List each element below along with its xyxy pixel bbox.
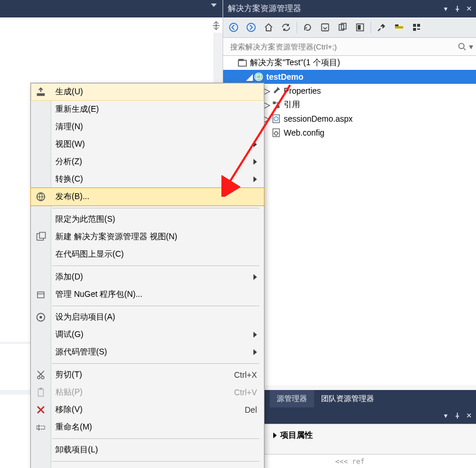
svg-rect-26	[37, 292, 44, 298]
menu-codemap[interactable]: 在代码图上显示(C)	[31, 246, 264, 263]
menu-label: 移除(V)	[55, 405, 83, 415]
tree-label: Web.config	[284, 128, 325, 137]
tree-label: sessionDemo.aspx	[284, 114, 352, 123]
home-icon[interactable]	[260, 20, 277, 35]
svg-point-12	[459, 44, 464, 49]
tab-dropdown-icon[interactable]	[211, 3, 217, 7]
svg-point-0	[230, 23, 238, 31]
menu-debug[interactable]: 调试(G)	[31, 326, 264, 343]
forward-icon[interactable]	[243, 20, 259, 35]
refresh-icon[interactable]	[299, 20, 316, 35]
tree-label: Properties	[284, 86, 321, 95]
section-label: 项目属性	[280, 430, 313, 441]
menu-label: 清理(N)	[55, 122, 83, 132]
svg-rect-31	[38, 389, 44, 396]
menu-label: 视图(W)	[55, 139, 85, 150]
toggle-icon[interactable]	[391, 20, 407, 35]
svg-rect-13	[238, 61, 246, 66]
menu-label: 在代码图上显示(C)	[55, 249, 124, 260]
chevron-right-icon	[253, 159, 257, 165]
menu-view[interactable]: 视图(W)	[31, 136, 264, 153]
menu-label: 转换(C)	[55, 174, 83, 185]
search-input[interactable]	[229, 42, 457, 52]
menu-rename[interactable]: 重命名(M)	[31, 419, 264, 436]
scissors-icon	[36, 370, 46, 380]
menu-separator	[52, 306, 259, 306]
search-box[interactable]: ▾	[223, 38, 476, 56]
view-class-icon[interactable]	[408, 20, 425, 35]
svg-rect-11	[413, 28, 416, 31]
solution-icon	[237, 58, 248, 68]
menu-label: 重新生成(E)	[55, 104, 99, 115]
context-menu: 生成(U) 重新生成(E) 清理(N) 视图(W) 分析(Z) 转换(C) 发布…	[30, 83, 265, 468]
rename-icon	[36, 422, 46, 432]
menu-publish[interactable]: 发布(B)...	[30, 187, 265, 206]
svg-rect-10	[417, 24, 420, 27]
close-icon[interactable]: ✕	[465, 5, 473, 13]
menu-separator	[52, 461, 259, 462]
collapse-icon[interactable]	[317, 20, 333, 35]
shortcut-label: Ctrl+X	[234, 370, 257, 380]
menu-build[interactable]: 生成(U)	[31, 83, 264, 101]
menu-label: 新建 解决方案资源管理器 视图(N)	[55, 232, 177, 242]
menu-scope[interactable]: 限定为此范围(S)	[31, 211, 264, 228]
menu-remove[interactable]: 移除(V) Del	[31, 401, 264, 419]
menu-label: 添加(D)	[55, 272, 83, 282]
chevron-right-icon	[253, 349, 257, 355]
chevron-down-icon[interactable]: ◢	[245, 72, 253, 81]
back-icon[interactable]	[225, 20, 242, 35]
publish-icon	[36, 192, 46, 202]
menu-label: 限定为此范围(S)	[55, 214, 115, 225]
menu-separator	[52, 265, 259, 266]
svg-rect-8	[395, 24, 399, 26]
menu-cut[interactable]: 剪切(T) Ctrl+X	[31, 366, 264, 384]
config-file-icon	[271, 127, 281, 138]
properties-section-header[interactable]: 项目属性	[273, 430, 476, 441]
menu-analyze[interactable]: 分析(Z)	[31, 153, 264, 171]
menu-new-view[interactable]: 新建 解决方案资源管理器 视图(N)	[31, 228, 264, 246]
project-icon	[253, 72, 264, 82]
menu-startup[interactable]: 设为启动项目(A)	[31, 309, 264, 326]
split-handle-icon[interactable]	[211, 21, 221, 30]
sync-icon[interactable]	[278, 20, 294, 35]
pin-icon[interactable]	[453, 5, 461, 13]
tree-label: testDemo	[266, 72, 304, 81]
menu-add[interactable]: 添加(D)	[31, 268, 264, 286]
menu-scm[interactable]: 源代码管理(S)	[31, 343, 264, 361]
menu-label: 卸载项目(L)	[55, 445, 98, 455]
svg-point-1	[247, 23, 255, 31]
panel-title: 解决方案资源管理器	[228, 3, 301, 14]
editor-tabstrip	[0, 0, 223, 17]
preview-icon[interactable]	[352, 20, 368, 35]
svg-rect-32	[40, 388, 43, 389]
menu-label: 生成(U)	[55, 87, 83, 97]
menu-label: 分析(Z)	[55, 157, 82, 167]
close-icon[interactable]: ✕	[465, 412, 473, 420]
tab-label: 源管理器	[277, 393, 307, 404]
menu-unload[interactable]: 卸载项目(L)	[31, 441, 264, 459]
menu-label: 剪切(T)	[55, 370, 82, 380]
search-icon[interactable]	[457, 42, 467, 51]
properties-icon[interactable]	[373, 20, 390, 35]
pin-icon[interactable]	[453, 412, 461, 420]
menu-open-folder[interactable]: 在文件资源管理器中打开文件夹(X)	[31, 464, 264, 468]
window-menu-icon[interactable]: ▾	[442, 412, 450, 420]
panel-toolbar	[223, 17, 476, 38]
menu-nuget[interactable]: 管理 NuGet 程序包(N)...	[31, 286, 264, 303]
svg-rect-33	[37, 426, 45, 430]
tab-solution-explorer[interactable]: 源管理器	[270, 390, 314, 407]
menu-rebuild[interactable]: 重新生成(E)	[31, 101, 264, 118]
tree-project-node[interactable]: ◢ testDemo	[223, 70, 476, 84]
tab-label: 团队资源管理器	[321, 393, 374, 404]
menu-convert[interactable]: 转换(C)	[31, 171, 264, 188]
paste-icon	[36, 387, 46, 398]
tree-solution-node[interactable]: 解决方案"Test"(1 个项目)	[223, 56, 476, 70]
svg-point-28	[40, 316, 43, 319]
menu-clean[interactable]: 清理(N)	[31, 118, 264, 136]
chevron-right-icon	[253, 141, 257, 147]
show-all-icon[interactable]	[334, 20, 351, 35]
tab-team-explorer[interactable]: 团队资源管理器	[314, 390, 381, 407]
window-menu-icon[interactable]: ▾	[442, 5, 450, 13]
nuget-icon	[36, 289, 46, 300]
menu-separator	[52, 363, 259, 364]
